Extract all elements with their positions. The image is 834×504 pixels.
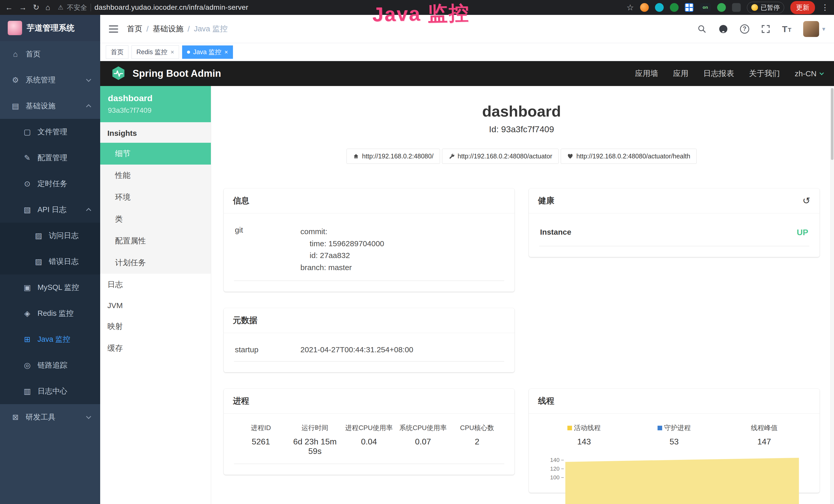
nav-about[interactable]: 关于我们 xyxy=(749,68,780,79)
locale-selector[interactable]: zh-CN xyxy=(795,69,823,78)
extension-icon-on[interactable]: on xyxy=(700,3,711,12)
cards-grid: 信息 git commit: time: 1596289704000 id: 2 xyxy=(224,188,820,493)
extension-icon-3[interactable] xyxy=(670,3,679,12)
extension-icon-2[interactable] xyxy=(655,3,664,12)
sidebar-item-dev-tools[interactable]: ⊠ 研发工具 xyxy=(0,404,100,430)
spring-boot-admin-logo[interactable] xyxy=(111,66,126,82)
sba-item-logs[interactable]: 日志 xyxy=(100,274,211,296)
annotation-java-monitor: Java 监控 xyxy=(372,0,470,28)
sba-navbar: Spring Boot Admin 应用墙 应用 日志报表 关于我们 zh-CN xyxy=(100,61,834,86)
search-icon[interactable] xyxy=(697,24,707,33)
stat-cpu-cores: CPU核心数 2 xyxy=(450,423,504,456)
sba-item-mappings[interactable]: 映射 xyxy=(100,316,211,337)
trace-icon: ◎ xyxy=(23,361,32,370)
scrollbar[interactable] xyxy=(830,86,834,504)
update-button[interactable]: 更新 xyxy=(790,1,815,14)
screenshot-root: ← → ↻ ⌂ ⚠ 不安全 dashboard.yudao.iocoder.cn… xyxy=(0,0,834,504)
card-process: 进程 进程ID 5261 运行时间 xyxy=(224,389,514,475)
service-url-link[interactable]: http://192.168.0.2:48080/ xyxy=(347,148,440,164)
user-menu[interactable]: ▾ xyxy=(803,21,825,37)
extension-icon-4[interactable] xyxy=(685,3,694,12)
legend-live-threads: 活动线程 143 xyxy=(539,423,629,446)
metadata-key: startup xyxy=(235,345,301,354)
sba-item-classes[interactable]: 类 xyxy=(100,208,211,230)
forward-icon[interactable]: → xyxy=(19,4,27,11)
sba-item-details[interactable]: 细节 xyxy=(100,143,211,165)
sidebar-item-infrastructure[interactable]: ▤ 基础设施 xyxy=(0,93,100,119)
history-icon[interactable]: ↺ xyxy=(803,196,810,206)
help-icon[interactable]: ? xyxy=(740,24,749,33)
app-logo-row[interactable]: 芋道管理系统 xyxy=(0,15,100,41)
scrollbar-thumb[interactable] xyxy=(831,88,833,160)
sba-item-scheduled-tasks[interactable]: 计划任务 xyxy=(100,252,211,274)
metadata-row-startup: startup 2021-04-27T00:44:31.254+08:00 xyxy=(234,341,504,362)
sba-brand[interactable]: Spring Boot Admin xyxy=(133,68,221,79)
tag-close-icon[interactable]: × xyxy=(224,48,228,56)
instance-name: dashboard xyxy=(108,93,203,103)
sba-item-caches[interactable]: 缓存 xyxy=(100,337,211,359)
sidebar-item-tracing[interactable]: ◎ 链路追踪 xyxy=(0,352,100,378)
back-icon[interactable]: ← xyxy=(5,4,13,11)
sba-sidebar: dashboard 93a3fc7f7409 Insights 细节 性能 环境… xyxy=(100,86,211,504)
tag-java-monitor[interactable]: Java 监控 × xyxy=(182,45,233,59)
instance-header[interactable]: dashboard 93a3fc7f7409 xyxy=(100,86,211,122)
security-label: 不安全 xyxy=(67,3,87,12)
tag-close-icon[interactable]: × xyxy=(171,48,174,56)
card-metadata: 元数据 startup 2021-04-27T00:44:31.254+08:0… xyxy=(224,308,514,372)
live-threads-area-series xyxy=(565,458,799,504)
sidebar-item-java-monitor[interactable]: ⊞ Java 监控 xyxy=(0,326,100,352)
profile-paused-badge[interactable]: 已暂停 xyxy=(747,2,784,13)
info-value: commit: time: 1596289704000 id: 27aa832 … xyxy=(301,226,384,273)
sidebar-item-system-management[interactable]: ⚙ 系统管理 xyxy=(0,67,100,93)
sidebar-item-api-logs[interactable]: ▧ API 日志 xyxy=(0,197,100,223)
browser-menu-icon[interactable]: ⋮ xyxy=(821,4,829,11)
sba-nav-links: 应用墙 应用 日志报表 关于我们 zh-CN xyxy=(635,68,823,79)
sba-item-metrics[interactable]: 性能 xyxy=(100,165,211,186)
hamburger-icon[interactable] xyxy=(109,25,118,32)
nav-application-wall[interactable]: 应用墙 xyxy=(635,68,658,79)
sidebar-item-access-logs[interactable]: ▨ 访问日志 xyxy=(0,223,100,249)
tags-view: 首页 Redis 监控 × Java 监控 × xyxy=(100,43,834,61)
extension-icon-1[interactable] xyxy=(640,3,649,12)
extensions-puzzle-icon[interactable] xyxy=(732,3,741,12)
reload-icon[interactable]: ↻ xyxy=(33,4,39,11)
breadcrumb-home[interactable]: 首页 xyxy=(127,24,142,34)
chart-y-axis: 140 120 100 xyxy=(539,456,564,482)
actuator-url-link[interactable]: http://192.168.0.2:48080/actuator xyxy=(442,148,559,164)
card-process-header: 进程 xyxy=(224,389,514,414)
sidebar-item-mysql-monitor[interactable]: ▣ MySQL 监控 xyxy=(0,274,100,300)
sidebar-item-home[interactable]: ⌂ 首页 xyxy=(0,41,100,67)
sidebar-item-log-center[interactable]: ▥ 日志中心 xyxy=(0,378,100,404)
sba-item-config-props[interactable]: 配置属性 xyxy=(100,230,211,252)
profile-face-icon xyxy=(751,4,758,11)
address-bar[interactable]: ⚠ 不安全 dashboard.yudao.iocoder.cn/infra/a… xyxy=(58,3,248,12)
threads-legend: 活动线程 143 守护进程 xyxy=(539,421,809,448)
sba-item-environment[interactable]: 环境 xyxy=(100,186,211,208)
extension-icon-5[interactable] xyxy=(717,3,726,12)
sidebar-item-error-logs[interactable]: ▨ 错误日志 xyxy=(0,249,100,274)
tag-redis-monitor[interactable]: Redis 监控 × xyxy=(132,45,179,59)
health-url-link[interactable]: http://192.168.0.2:48080/actuator/health xyxy=(561,148,697,164)
browser-home-icon[interactable]: ⌂ xyxy=(45,4,50,11)
breadcrumb-infrastructure[interactable]: 基础设施 xyxy=(153,24,183,34)
card-info: 信息 git commit: time: 1596289704000 id: 2 xyxy=(224,188,514,292)
font-size-icon[interactable]: TT xyxy=(782,25,791,33)
java-monitor-icon: ⊞ xyxy=(23,335,32,344)
github-icon[interactable] xyxy=(719,24,728,34)
card-metadata-header: 元数据 xyxy=(224,308,514,333)
stat-pid: 进程ID 5261 xyxy=(234,423,288,456)
nav-journal[interactable]: 日志报表 xyxy=(703,68,734,79)
active-tag-dot xyxy=(187,51,190,54)
legend-peak-threads: 线程峰值 147 xyxy=(719,423,809,446)
sba-item-jvm[interactable]: JVM xyxy=(100,296,211,316)
security-warning-icon: ⚠ xyxy=(58,4,63,11)
sidebar-item-scheduled-jobs[interactable]: ⊙ 定时任务 xyxy=(0,171,100,197)
tag-home[interactable]: 首页 xyxy=(106,45,128,59)
fullscreen-icon[interactable] xyxy=(761,24,770,33)
sidebar-item-redis-monitor[interactable]: ◈ Redis 监控 xyxy=(0,300,100,326)
sidebar-item-config-management[interactable]: ✎ 配置管理 xyxy=(0,145,100,171)
bookmark-star-icon[interactable]: ☆ xyxy=(627,3,634,12)
nav-applications[interactable]: 应用 xyxy=(673,68,688,79)
sidebar-item-file-management[interactable]: ▢ 文件管理 xyxy=(0,119,100,145)
file-icon: ▢ xyxy=(23,127,32,136)
